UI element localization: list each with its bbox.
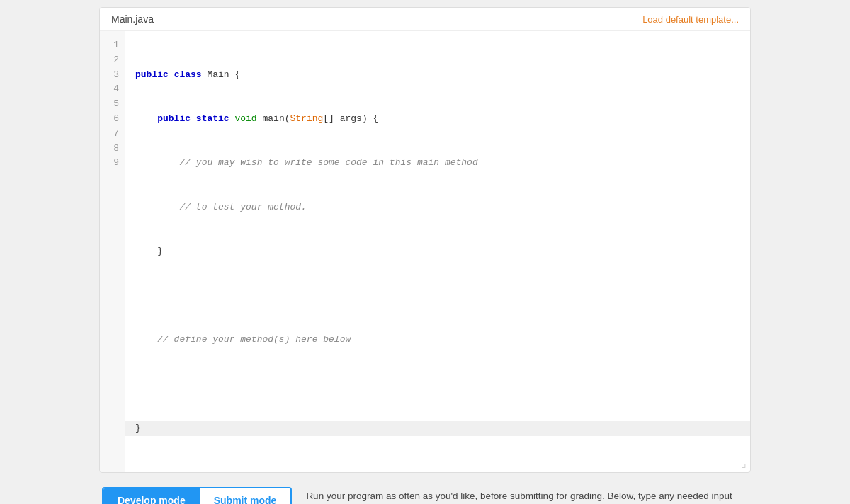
code-line-8 [135,377,740,391]
mode-buttons: Develop mode Submit mode [102,487,292,504]
mode-description-text: Run your program as often as you'd like,… [306,487,748,504]
code-line-5: } [135,244,740,259]
editor-container: Main.java Load default template... 1 2 3… [99,7,751,473]
resize-handle[interactable]: ⌟ [740,457,747,471]
submit-mode-button[interactable]: Submit mode [200,488,291,504]
mode-description-row: Develop mode Submit mode Run your progra… [99,487,751,504]
code-line-3: // you may wish to write some code in th… [135,156,740,171]
code-line-6 [135,289,740,304]
code-editor[interactable]: public class Main { public static void m… [125,31,750,472]
code-line-4: // to test your method. [135,200,740,215]
editor-header: Main.java Load default template... [100,8,750,31]
editor-title: Main.java [111,13,154,25]
line-numbers: 1 2 3 4 5 6 7 8 9 [100,31,125,472]
code-area[interactable]: 1 2 3 4 5 6 7 8 9 public class Main { pu… [100,31,750,472]
develop-mode-button[interactable]: Develop mode [103,488,200,504]
code-line-1: public class Main { [135,68,740,83]
code-line-7: // define your method(s) here below [135,333,740,348]
code-line-2: public static void main(String[] args) { [135,112,740,127]
load-template-link[interactable]: Load default template... [642,14,739,25]
code-line-9: } [125,421,750,436]
page-container: Main.java Load default template... 1 2 3… [85,0,765,504]
